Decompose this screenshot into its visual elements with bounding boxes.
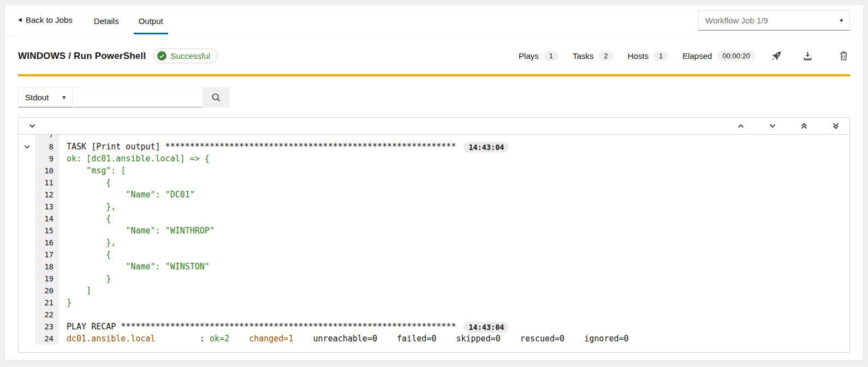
line-number: 23 xyxy=(35,321,59,333)
log-line-text xyxy=(59,135,849,141)
double-chevron-down-icon xyxy=(832,122,840,130)
log-line-13: 13 }, xyxy=(19,201,849,213)
line-number: 20 xyxy=(35,285,59,297)
log-arrow-gutter xyxy=(19,165,35,177)
tab-details[interactable]: Details xyxy=(89,6,124,34)
log-arrow-gutter xyxy=(19,225,35,237)
log-line-text: dc01.ansible.local : ok=2 changed=1 unre… xyxy=(59,333,849,345)
tab-output[interactable]: Output xyxy=(134,6,168,34)
stat-count: 1 xyxy=(544,51,558,61)
chevron-down-icon xyxy=(28,122,36,130)
log-line-16: 16 }, xyxy=(19,237,849,249)
check-circle-icon xyxy=(157,51,167,61)
log-arrow-gutter xyxy=(19,333,35,345)
log-line-text: PLAY RECAP *****************************… xyxy=(59,321,849,333)
timestamp-badge: 14:43:04 xyxy=(463,322,509,333)
line-number: 19 xyxy=(35,273,59,285)
line-number: 15 xyxy=(35,225,59,237)
stat-label: Plays xyxy=(519,51,539,61)
scroll-next-button[interactable] xyxy=(766,121,778,131)
title-row: WINDOWS / Run PowerShell Successful Play… xyxy=(5,35,863,74)
workflow-job-select-value: Workflow Job 1/9 xyxy=(705,16,768,25)
collapse-all-button[interactable] xyxy=(26,121,38,131)
log-line-text: }, xyxy=(59,237,849,249)
log-line-22: 22 xyxy=(19,309,849,321)
trash-icon xyxy=(840,51,848,61)
line-number: 16 xyxy=(35,237,59,249)
search-row: Stdout ▾ xyxy=(5,76,863,107)
stat-count: 2 xyxy=(598,51,613,61)
scroll-last-button[interactable] xyxy=(830,121,842,131)
back-to-jobs-label: Back to Jobs xyxy=(26,15,73,25)
double-chevron-up-icon xyxy=(800,122,808,130)
line-number: 13 xyxy=(35,201,59,213)
log-line-20: 20 ] xyxy=(19,285,849,297)
log-arrow-gutter xyxy=(19,189,35,201)
log-arrow-gutter xyxy=(19,285,35,297)
download-output-button[interactable] xyxy=(801,49,815,63)
stat-hosts: Hosts 1 xyxy=(628,51,669,61)
workflow-job-select[interactable]: Workflow Job 1/9 ▾ xyxy=(698,10,850,31)
log-arrow-gutter xyxy=(19,237,35,249)
log-arrow-gutter xyxy=(19,153,35,165)
stat-label: Tasks xyxy=(573,51,593,61)
line-number: 9 xyxy=(35,153,59,165)
chevron-up-icon xyxy=(737,122,745,130)
job-stats: Plays 1 Tasks 2 Hosts 1 Elapsed 00:00:20 xyxy=(519,49,850,63)
elapsed-time: 00:00:20 xyxy=(717,51,756,61)
line-number: 10 xyxy=(35,165,59,177)
delete-job-button[interactable] xyxy=(837,49,850,63)
line-number: 21 xyxy=(35,297,59,309)
log-line-text: } xyxy=(59,273,849,285)
log-line-24: 24dc01.ansible.local : ok=2 changed=1 un… xyxy=(19,333,849,345)
collapse-task-icon[interactable] xyxy=(23,143,31,151)
log-line-text xyxy=(59,309,849,321)
status-label: Successful xyxy=(170,51,210,61)
line-number: 11 xyxy=(35,177,59,189)
chevron-down-icon: ▾ xyxy=(62,94,66,100)
scroll-first-button[interactable] xyxy=(798,121,810,131)
log-line-11: 11 { xyxy=(19,177,849,189)
log-line-text: }, xyxy=(59,201,849,213)
stat-elapsed: Elapsed 00:00:20 xyxy=(682,51,756,61)
search-button[interactable] xyxy=(203,87,229,107)
log-line-15: 15 "Name": "WINTHROP" xyxy=(19,225,849,237)
scroll-previous-button[interactable] xyxy=(735,121,747,131)
log-arrow-gutter xyxy=(19,201,35,213)
log-line-text: { xyxy=(59,213,849,225)
line-number: 8 xyxy=(35,141,59,153)
log-arrow-gutter xyxy=(19,135,35,141)
search-input[interactable] xyxy=(73,87,203,107)
log-line-text: ] xyxy=(59,285,849,297)
stdout-filter-select[interactable]: Stdout ▾ xyxy=(18,87,73,107)
line-number: 18 xyxy=(35,261,59,273)
relaunch-button[interactable] xyxy=(770,49,783,63)
back-to-jobs-link[interactable]: ◀ Back to Jobs xyxy=(18,15,73,25)
status-badge[interactable]: Successful xyxy=(153,49,218,63)
log-line-text: { xyxy=(59,249,849,261)
stat-label: Elapsed xyxy=(682,51,712,61)
output-toolbar xyxy=(19,118,849,135)
download-icon xyxy=(803,51,812,61)
chevron-down-icon xyxy=(769,122,776,130)
tabs-row: ◀ Back to Jobs Details Output Workflow J… xyxy=(5,5,863,35)
line-number: 24 xyxy=(35,333,59,345)
log-arrow-gutter xyxy=(19,213,35,225)
stat-tasks: Tasks 2 xyxy=(573,51,614,61)
stat-plays: Plays 1 xyxy=(519,51,558,61)
log-line-18: 18 "Name": "WINSTON" xyxy=(19,261,849,273)
log-line-7: 7 xyxy=(19,135,849,141)
line-number: 12 xyxy=(35,189,59,201)
log-line-21: 21} xyxy=(19,297,849,309)
log-line-14: 14 { xyxy=(19,213,849,225)
log-line-text: "Name": "WINSTON" xyxy=(59,261,849,273)
log-line-text: TASK [Print output] ********************… xyxy=(59,141,849,153)
log-line-text: "msg": [ xyxy=(59,165,849,177)
back-caret-icon: ◀ xyxy=(18,17,22,22)
log-line-9: 9ok: [dc01.ansible.local] => { xyxy=(19,153,849,165)
stat-count: 1 xyxy=(653,51,668,61)
log-line-text: "Name": "DC01" xyxy=(59,189,849,201)
stdout-log: 78TASK [Print output] ******************… xyxy=(19,135,849,352)
log-arrow-gutter xyxy=(19,321,35,333)
task-collapse-toggle[interactable] xyxy=(19,141,35,153)
